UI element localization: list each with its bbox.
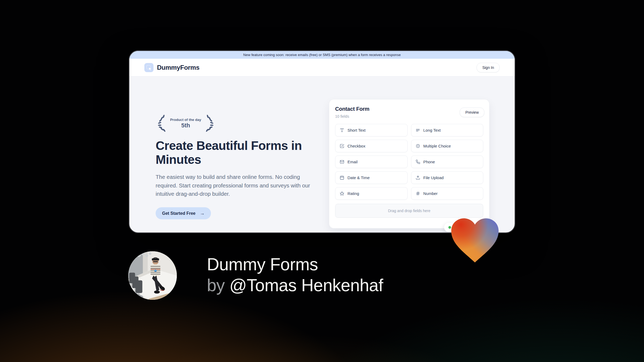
promo-caption: Dummy Forms by @Tomas Henkenhaf — [207, 254, 383, 296]
phone-icon — [416, 160, 420, 164]
announcement-text: New feature coming soon: receive emails … — [243, 53, 401, 57]
field-multiple-choice[interactable]: Multiple Choice — [411, 140, 484, 152]
field-file-upload[interactable]: File Upload — [411, 171, 484, 184]
site-header: DummyForms Sign In — [129, 59, 515, 76]
preview-button[interactable]: Preview — [460, 108, 484, 117]
announcement-banner: New feature coming soon: receive emails … — [129, 51, 515, 59]
product-of-day-badge: Product of the day 5th — [156, 115, 314, 132]
hero-title: Create Beautiful Forms in Minutes — [156, 139, 304, 167]
brand-name: DummyForms — [157, 64, 199, 71]
dropzone-label: Drag and drop fields here — [388, 209, 430, 213]
avatar-photo-illustration — [128, 251, 177, 300]
field-phone[interactable]: Phone — [411, 156, 484, 168]
star-icon — [340, 191, 344, 196]
product-name-text: Dummy Forms — [207, 254, 383, 275]
hero-description: The easiest way to build and share onlin… — [156, 173, 313, 198]
get-started-button[interactable]: Get Started Free → — [156, 207, 211, 219]
gradient-heart-logo — [449, 216, 501, 265]
brand-logo[interactable]: DummyForms — [144, 63, 199, 72]
form-builder-logo-icon — [144, 63, 153, 72]
badge-title: Product of the day — [170, 118, 201, 122]
heart-icon — [449, 216, 501, 264]
author-handle: @Tomas Henkenhaf — [229, 276, 383, 295]
field-rating[interactable]: Rating — [335, 187, 408, 200]
arrow-right-icon: → — [200, 210, 204, 216]
long-text-icon — [416, 128, 420, 132]
hash-icon — [416, 191, 420, 196]
email-icon — [340, 160, 344, 164]
promo-canvas: New feature coming soon: receive emails … — [0, 0, 644, 362]
form-builder-card: Contact Form 10 fields Preview Short Tex… — [329, 99, 489, 228]
byline-prefix: by — [207, 276, 229, 295]
field-palette: Short Text Long Text Checkbox — [335, 124, 483, 200]
field-short-text[interactable]: Short Text — [335, 124, 408, 136]
laurel-left-icon — [156, 115, 167, 132]
field-long-text[interactable]: Long Text — [411, 124, 484, 136]
cursor-icon — [148, 67, 152, 71]
field-email[interactable]: Email — [335, 156, 408, 168]
short-text-icon — [340, 128, 344, 132]
sign-in-button[interactable]: Sign In — [477, 63, 500, 72]
cta-label: Get Started Free — [162, 211, 195, 216]
badge-rank: 5th — [170, 122, 201, 129]
field-number[interactable]: Number — [411, 187, 484, 200]
upload-icon — [416, 175, 420, 180]
checkbox-icon — [340, 144, 344, 148]
multiple-choice-icon — [416, 144, 420, 148]
calendar-icon — [340, 175, 344, 180]
author-avatar — [128, 251, 177, 300]
hero-section: Product of the day 5th — [156, 115, 314, 219]
browser-window: New feature coming soon: receive emails … — [129, 50, 515, 233]
laurel-right-icon — [204, 115, 216, 132]
field-date-time[interactable]: Date & Time — [335, 171, 408, 184]
field-checkbox[interactable]: Checkbox — [335, 140, 408, 152]
